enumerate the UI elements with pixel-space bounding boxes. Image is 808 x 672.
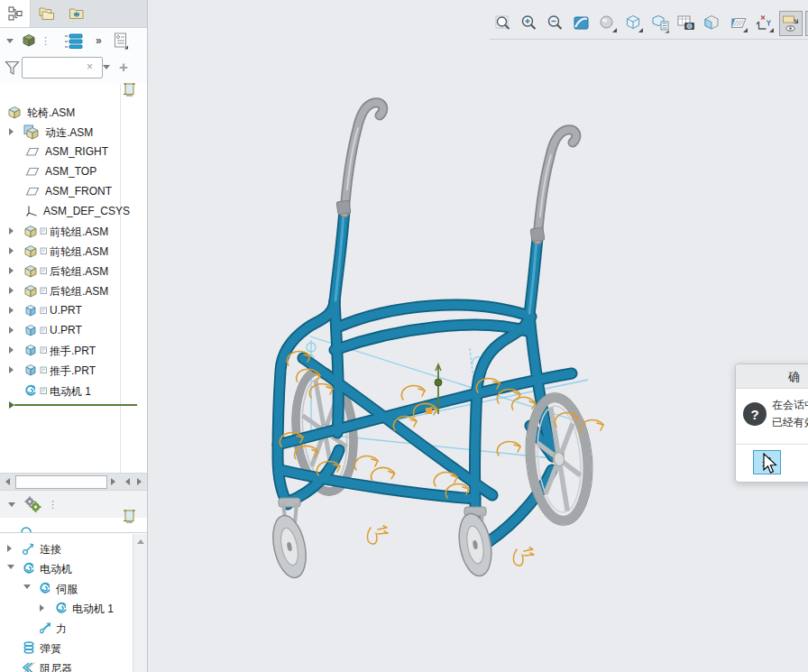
overflow-chevrons[interactable]: » [96,34,102,47]
insert-here-indicator [14,404,137,406]
panel-divider[interactable] [147,0,148,672]
tree-row[interactable]: ASM_DEF_CSYS [0,201,135,221]
expander-icon[interactable] [9,287,14,294]
expander-icon[interactable] [40,604,44,612]
status-marker-icon [40,247,48,255]
caster-left [268,498,311,581]
mechanism-options-arrow[interactable] [8,502,15,507]
expander-icon[interactable] [7,565,14,569]
tree-display-icon[interactable] [63,32,85,49]
tree-row[interactable]: ASM_FRONT [0,181,135,201]
pane-scroll-left-icon[interactable] [122,475,133,488]
panel-pin-icon[interactable] [123,82,137,97]
app-window: ⋮ » × + 轮椅.ASM 动连.ASM ASM_RI [0,0,808,672]
display-style-icon[interactable] [622,11,646,36]
tree-row[interactable]: 弹簧 [0,638,135,658]
tree-row[interactable]: 电动机 [0,558,135,578]
tree-row[interactable]: 后轮组.ASM [0,281,135,300]
tree-row[interactable]: U.PRT [0,320,135,340]
tree-row[interactable]: 推手.PRT [0,360,135,380]
add-filter-icon[interactable]: + [119,59,128,77]
damper-icon [22,660,36,672]
assembly-icon [7,105,22,119]
tree-options-arrow[interactable] [6,39,14,43]
expander-icon[interactable] [9,247,14,254]
saved-views-icon[interactable] [648,11,672,36]
shading-style-icon[interactable] [596,11,620,36]
graphics-viewport[interactable] [148,0,808,672]
ellipsis-icon[interactable]: ⋮ [41,39,50,42]
expander-icon[interactable] [9,346,14,354]
expander-icon[interactable] [9,128,14,135]
plane-display-icon[interactable] [727,11,750,36]
annotation-display-icon[interactable] [779,11,803,36]
zoom-in-icon[interactable] [518,11,541,36]
scroll-up-icon[interactable] [134,535,146,548]
dialog-message: 在会话中 已经有效 [772,397,808,431]
tab-folder-browser[interactable] [32,0,61,27]
expander-icon[interactable] [7,545,12,552]
tree-row[interactable]: 阻尼器 [0,658,135,672]
expander-icon[interactable] [23,585,31,589]
tree-row[interactable]: 推手.PRT [0,340,135,360]
tree-row[interactable]: ASM_RIGHT [0,142,135,161]
section-icon[interactable] [701,11,724,36]
tree-hscrollbar[interactable] [0,473,147,490]
csys-icon [25,204,40,218]
tree-row[interactable]: 后轮组.ASM [0,261,135,281]
part-icon [23,343,38,357]
expander-icon[interactable] [9,307,14,314]
part-icon [23,363,38,377]
view-images-icon[interactable] [675,11,698,36]
wheelchair-model [148,0,808,672]
scroll-left-icon[interactable] [2,475,14,488]
settings-document-icon[interactable] [113,32,129,50]
tree-row[interactable]: 前轮组.ASM [0,241,135,261]
tab-model-tree[interactable] [0,0,31,27]
mechanism-separator [0,532,147,533]
panel-pin-icon[interactable] [123,509,137,524]
tree-row[interactable]: 力 [0,618,135,638]
show-settings-cube-icon[interactable] [21,32,37,49]
datum-plane-icon [25,184,40,198]
pane-scroll-right-icon[interactable] [133,475,145,488]
filter-dropdown-arrow[interactable] [103,65,110,69]
scroll-right-icon[interactable] [107,475,119,488]
tree-row[interactable]: 动连.ASM [0,122,135,142]
expander-icon[interactable] [9,227,14,235]
gears-icon[interactable] [23,495,42,513]
tree-row[interactable]: U.PRT [0,300,135,320]
part-icon [23,303,38,318]
tree-row[interactable]: 轮椅.ASM [0,102,135,122]
expander-icon[interactable] [9,267,14,274]
question-icon: ? [743,402,767,426]
assembly-icon [23,244,38,258]
tree-toolbar: ⋮ » [0,28,147,53]
tree-row[interactable]: 电动机 1 [0,598,135,618]
frame-tubes [278,210,572,550]
motor-icon [23,383,38,398]
tree-row[interactable]: 电动机 1 [0,381,135,400]
expander-icon[interactable] [9,327,14,334]
scroll-thumb[interactable] [15,475,107,489]
tree-row[interactable]: ASM_TOP [0,161,135,181]
assembly-link-icon [23,124,40,140]
assembly-icon [23,283,38,298]
ellipsis-icon[interactable]: ⋮ [48,502,58,506]
spring-icon [22,640,36,655]
zoom-fit-icon[interactable] [491,11,515,36]
repaint-icon[interactable] [570,11,593,36]
dialog-titlebar[interactable]: 确 [736,364,808,389]
tree-row[interactable]: 伺服 [0,578,135,598]
expander-icon[interactable] [9,366,14,373]
clear-filter-icon[interactable]: × [87,61,93,72]
zoom-out-icon[interactable] [544,11,567,36]
tab-favorites[interactable] [61,0,91,27]
tree-row[interactable]: 连接 [0,539,135,558]
navigator-panel: ⋮ » × + 轮椅.ASM 动连.ASM ASM_RI [0,0,147,672]
joint-icon [22,541,36,556]
mechanism-vscrollbar[interactable] [133,534,147,672]
filter-row: × + [0,54,147,84]
tree-row[interactable]: 前轮组.ASM [0,221,135,241]
datum-display-icon[interactable] [753,11,776,36]
